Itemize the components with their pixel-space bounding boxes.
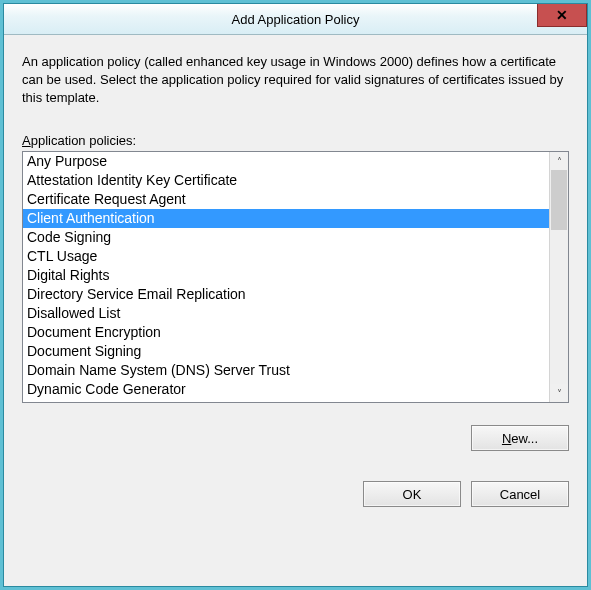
close-button[interactable]: ✕: [537, 4, 587, 27]
policies-label: Application policies:: [22, 133, 569, 148]
new-button-rest: ew...: [511, 431, 538, 446]
description-text: An application policy (called enhanced k…: [22, 53, 569, 107]
dialog-body: An application policy (called enhanced k…: [4, 35, 587, 586]
policy-item[interactable]: Document Encryption: [23, 323, 549, 342]
policy-item[interactable]: Code Signing: [23, 228, 549, 247]
policy-item[interactable]: Attestation Identity Key Certificate: [23, 171, 549, 190]
dialog-footer: OK Cancel: [22, 481, 569, 507]
scroll-thumb[interactable]: [551, 170, 567, 230]
close-icon: ✕: [556, 8, 568, 22]
policy-item[interactable]: Certificate Request Agent: [23, 190, 549, 209]
chevron-up-icon: ˄: [557, 156, 562, 167]
policy-item[interactable]: Client Authentication: [23, 209, 549, 228]
policy-item[interactable]: Digital Rights: [23, 266, 549, 285]
policy-item[interactable]: Dynamic Code Generator: [23, 380, 549, 399]
new-button-row: New...: [22, 425, 569, 451]
policy-item[interactable]: Any Purpose: [23, 152, 549, 171]
cancel-button[interactable]: Cancel: [471, 481, 569, 507]
policy-item[interactable]: Directory Service Email Replication: [23, 285, 549, 304]
policies-label-accel: A: [22, 133, 31, 148]
policy-item[interactable]: CTL Usage: [23, 247, 549, 266]
titlebar: Add Application Policy ✕: [4, 4, 587, 35]
window-title: Add Application Policy: [4, 12, 587, 27]
policies-label-rest: pplication policies:: [31, 133, 137, 148]
policy-item[interactable]: Document Signing: [23, 342, 549, 361]
scroll-down-button[interactable]: ˅: [550, 384, 568, 402]
ok-button[interactable]: OK: [363, 481, 461, 507]
policy-item[interactable]: Domain Name System (DNS) Server Trust: [23, 361, 549, 380]
scroll-up-button[interactable]: ˄: [550, 152, 568, 170]
chevron-down-icon: ˅: [557, 388, 562, 399]
new-button-accel: N: [502, 431, 511, 446]
policies-list-viewport: Any PurposeAttestation Identity Key Cert…: [23, 152, 549, 402]
dialog-window: Add Application Policy ✕ An application …: [3, 3, 588, 587]
new-button[interactable]: New...: [471, 425, 569, 451]
scroll-track[interactable]: [550, 170, 568, 384]
policy-item[interactable]: Disallowed List: [23, 304, 549, 323]
policies-listbox[interactable]: Any PurposeAttestation Identity Key Cert…: [22, 151, 569, 403]
scrollbar[interactable]: ˄ ˅: [549, 152, 568, 402]
